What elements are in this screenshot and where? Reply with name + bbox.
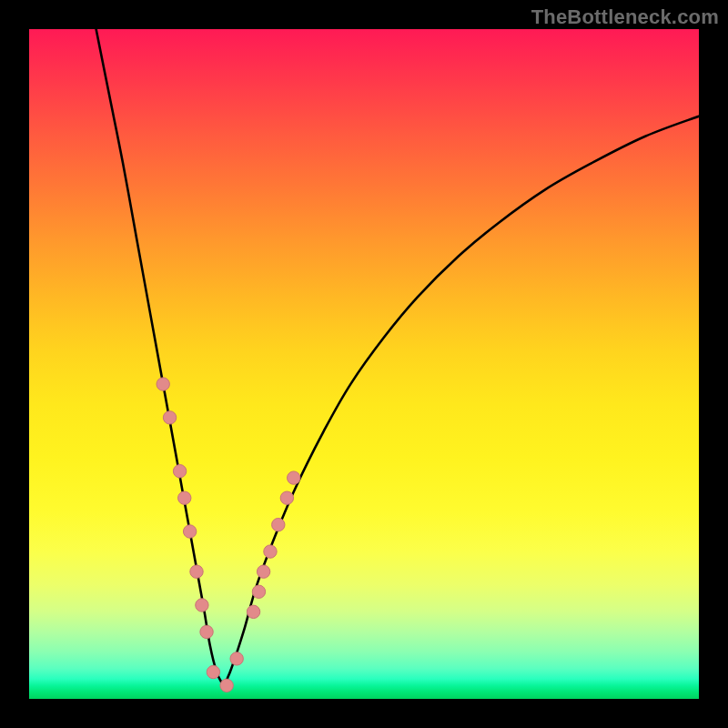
sample-marker xyxy=(257,565,269,578)
sample-marker xyxy=(247,605,259,618)
sample-marker xyxy=(157,378,169,390)
curve-layer xyxy=(29,29,699,699)
sample-marker xyxy=(190,565,203,578)
sample-marker xyxy=(288,471,300,484)
sample-marker xyxy=(220,679,233,692)
plot-area xyxy=(29,29,699,699)
sample-marker xyxy=(163,411,176,424)
sample-marker xyxy=(252,585,265,598)
sample-marker xyxy=(173,465,186,478)
sample-marker xyxy=(264,545,277,558)
sample-marker xyxy=(196,599,208,612)
sample-marker xyxy=(178,491,191,504)
sample-marker xyxy=(200,625,213,638)
sample-marker xyxy=(280,491,293,504)
sample-marker xyxy=(230,652,243,665)
sample-marker xyxy=(272,518,285,531)
sample-marker xyxy=(207,665,219,678)
sample-markers xyxy=(157,378,300,693)
sample-marker xyxy=(183,525,196,538)
watermark-text: TheBottleneck.com xyxy=(531,5,719,29)
curve-right-branch xyxy=(223,116,699,686)
chart-stage: TheBottleneck.com xyxy=(0,0,728,728)
curve-left-branch xyxy=(96,29,224,685)
